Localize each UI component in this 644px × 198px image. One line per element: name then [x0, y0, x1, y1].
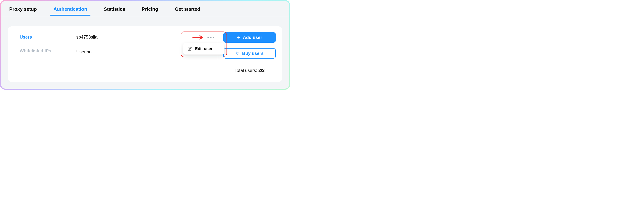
total-users-value: 2/3: [258, 68, 265, 73]
tab-pricing[interactable]: Pricing: [142, 5, 158, 15]
arrow-right-icon: [192, 35, 204, 40]
buy-users-button[interactable]: Buy users: [223, 48, 276, 59]
panel-inner: Proxy setup Authentication Statistics Pr…: [1, 1, 289, 89]
tag-icon: [236, 51, 240, 56]
context-callout: ••• Edit user: [180, 32, 227, 57]
tab-get-started[interactable]: Get started: [175, 5, 200, 15]
top-tabs: Proxy setup Authentication Statistics Pr…: [1, 5, 289, 16]
side-nav-whitelisted-ips[interactable]: Whitelisted IPs: [20, 48, 65, 53]
svg-point-2: [237, 52, 237, 53]
add-user-label: Add user: [243, 35, 262, 40]
total-users: Total users: 2/3: [223, 68, 276, 73]
side-nav: Users Whitelisted IPs: [8, 26, 65, 82]
callout-header: •••: [181, 32, 226, 43]
tab-statistics[interactable]: Statistics: [104, 5, 125, 15]
total-users-label: Total users:: [234, 68, 258, 73]
buy-users-label: Buy users: [242, 51, 264, 56]
edit-user-menu-item[interactable]: Edit user: [195, 46, 212, 51]
tab-proxy-setup[interactable]: Proxy setup: [9, 5, 37, 15]
edit-icon: [187, 47, 192, 51]
side-nav-users[interactable]: Users: [20, 35, 65, 40]
more-icon[interactable]: •••: [207, 35, 215, 40]
context-menu: Edit user: [183, 43, 224, 55]
tab-authentication[interactable]: Authentication: [54, 5, 87, 15]
plus-icon: [237, 36, 240, 39]
actions-column: Add user Buy users Total users: 2/3: [218, 26, 282, 82]
add-user-button[interactable]: Add user: [223, 32, 276, 43]
auth-card: Users Whitelisted IPs sp4753sila Userino…: [8, 26, 282, 82]
app-panel: Proxy setup Authentication Statistics Pr…: [0, 0, 290, 90]
